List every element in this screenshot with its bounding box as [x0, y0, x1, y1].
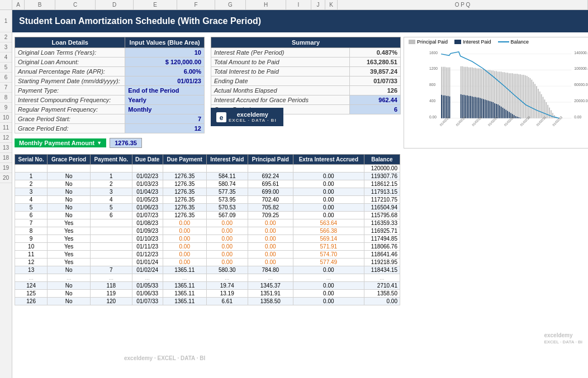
table-cell: 1276.35: [163, 204, 206, 212]
watermark-1: exceldemyEXCEL · DATA · BI: [544, 332, 582, 344]
svg-rect-93: [507, 111, 508, 118]
table-cell: 3: [90, 188, 132, 196]
svg-rect-82: [497, 71, 499, 104]
loan-value-5[interactable]: Yearly: [125, 95, 205, 105]
table-cell: [248, 165, 293, 173]
loan-value-6[interactable]: Monthly: [125, 105, 205, 114]
svg-rect-20: [443, 67, 444, 95]
chart-svg: 1600 1200 800 400 0.00 140000.00 100000.…: [426, 49, 588, 129]
loan-label-2: Annual Percentage Rate (APR):: [15, 67, 125, 76]
loan-details-header: Loan Details: [15, 37, 125, 48]
table-cell: 580.30: [206, 266, 248, 274]
table-cell: 1365.11: [163, 290, 206, 298]
loan-value-8[interactable]: 12: [125, 124, 205, 133]
svg-rect-47: [470, 95, 471, 118]
loan-value-2[interactable]: 6.00%: [125, 67, 205, 76]
table-cell: 1276.35: [163, 212, 206, 219]
svg-rect-70: [488, 70, 489, 101]
table-cell: No: [48, 266, 91, 274]
table-cell: 784.80: [248, 266, 293, 274]
loan-value-1[interactable]: $ 120,000.00: [125, 58, 205, 67]
spreadsheet: A B C D E F G H I J K O P Q 1 2 3 4 5 6 …: [0, 0, 588, 378]
svg-rect-28: [449, 68, 451, 97]
table-cell: Yes: [48, 219, 91, 227]
table-cell: No: [48, 180, 91, 188]
loan-details-panel: Loan Details Input Values (Blue Area) Or…: [15, 37, 205, 148]
row-num-13: 13: [0, 143, 12, 153]
summary-label-2: Total Interest to be Paid: [211, 67, 350, 76]
loan-value-4[interactable]: End of the Period: [125, 86, 205, 95]
loan-row-3: Starting Payment Date (mm/dd/yyyy): 01/0…: [15, 76, 205, 86]
svg-rect-95: [509, 112, 510, 118]
table-cell: No: [48, 188, 91, 196]
col-header-H: H: [246, 0, 286, 9]
table-cell: No: [48, 212, 91, 219]
content-area: 1 2 3 4 5 6 7 8 9 10 11 12 13 18 19 20 S…: [0, 10, 588, 378]
svg-rect-83: [499, 106, 500, 118]
loan-value-3[interactable]: 01/01/23: [125, 76, 205, 86]
svg-rect-36: [461, 66, 462, 94]
table-cell: Yes: [48, 259, 91, 266]
svg-rect-81: [497, 104, 499, 118]
dropdown-arrow-icon[interactable]: ▼: [97, 140, 102, 146]
svg-rect-114: [525, 75, 526, 118]
table-cell: 709.25: [248, 212, 293, 219]
svg-rect-89: [504, 109, 505, 118]
col-header-K: K: [325, 0, 338, 9]
summary-value-5: 962.44: [349, 95, 400, 105]
summary-row-0: Interest Rate (Per Period) 0.487%: [211, 48, 401, 58]
svg-rect-129: [549, 108, 550, 118]
svg-text:100000.00: 100000.00: [574, 66, 588, 70]
col-header-F: F: [177, 0, 215, 9]
table-row: 8Yes01/09/230.000.000.00566.38116925.71: [15, 227, 400, 235]
table-cell: 118066.76: [364, 243, 400, 251]
chart-legend: Principal Paid Interest Paid Balance: [404, 37, 588, 46]
table-cell: 1: [90, 173, 132, 180]
svg-rect-35: [461, 94, 462, 118]
legend-principal-label: Principal Paid: [417, 39, 448, 45]
svg-rect-76: [492, 70, 494, 102]
table-cell: 9: [15, 235, 48, 243]
table-cell: 01/07/23: [132, 212, 163, 219]
table-row: 6No601/07/231276.35567.09709.250.0011579…: [15, 212, 400, 219]
svg-rect-42: [465, 67, 466, 95]
svg-rect-17: [441, 95, 442, 118]
table-cell: 0.00: [206, 235, 248, 243]
svg-text:20000.00: 20000.00: [574, 99, 588, 103]
col-header-I: I: [286, 0, 311, 9]
table-cell: 7: [90, 266, 132, 274]
table-cell: 0.00: [206, 243, 248, 251]
svg-rect-122: [538, 89, 539, 118]
svg-rect-60: [480, 69, 481, 98]
summary-value-1: 163,280.51: [349, 58, 400, 67]
table-cell: [206, 165, 248, 173]
loan-value-7[interactable]: 7: [125, 114, 205, 124]
table-cell: 1276.35: [163, 173, 206, 180]
svg-rect-103: [515, 116, 516, 118]
ellipsis-cell: ...: [248, 274, 293, 282]
svg-text:140000.00: 140000.00: [574, 51, 588, 55]
loan-value-0[interactable]: 10: [125, 48, 205, 58]
svg-rect-130: [551, 110, 552, 118]
table-cell: 0.00: [293, 173, 364, 180]
svg-rect-58: [478, 69, 479, 98]
summary-value-6: 6: [349, 105, 400, 114]
ellipsis-cell: ...: [206, 274, 248, 282]
row-num-19: 19: [0, 163, 12, 173]
table-cell: 119307.76: [364, 173, 400, 180]
svg-rect-46: [468, 68, 470, 96]
svg-rect-110: [520, 74, 521, 118]
row-num-18: 18: [0, 153, 12, 163]
svg-rect-86: [501, 71, 502, 106]
svg-rect-59: [480, 98, 481, 118]
table-cell: 10: [15, 243, 48, 251]
ellipsis-cell: ...: [15, 274, 48, 282]
table-cell: 12: [15, 259, 48, 266]
summary-label-3: Ending Date: [211, 76, 350, 86]
table-cell: 116504.94: [364, 204, 400, 212]
svg-rect-128: [547, 105, 548, 118]
row-num-11: 11: [0, 123, 12, 133]
col-principal-paid: Principal Paid: [248, 155, 293, 165]
table-cell: 118434.15: [364, 266, 400, 274]
table-row: 1No101/02/231276.35584.11692.240.0011930…: [15, 173, 400, 180]
